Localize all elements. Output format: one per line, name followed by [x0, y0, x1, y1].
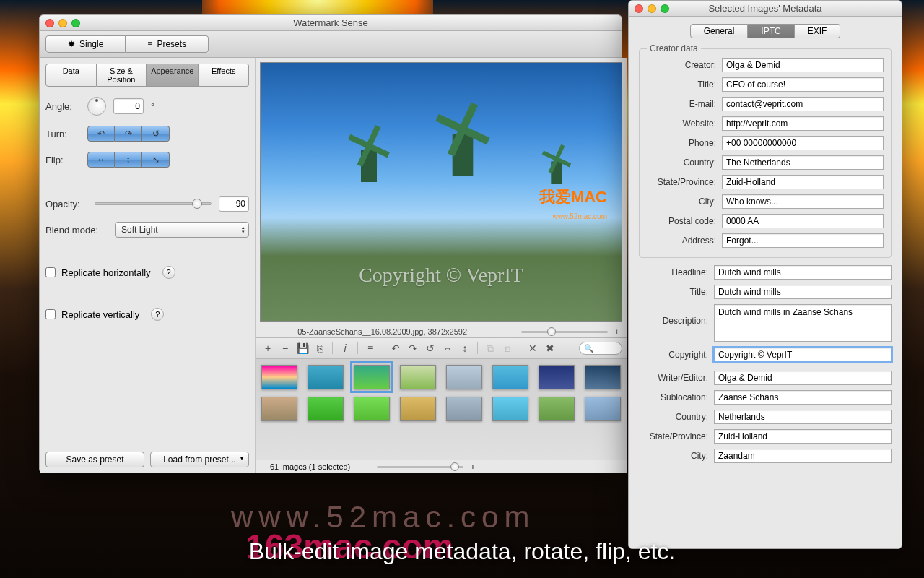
city2-input[interactable]: [714, 449, 892, 463]
save-icon[interactable]: 💾: [295, 341, 310, 355]
thumbnail-strip[interactable]: [256, 359, 627, 460]
settings-panel: Data Size & Position Appearance Effects …: [40, 58, 255, 473]
tab-effects[interactable]: Effects: [199, 64, 249, 87]
turn-reset-button[interactable]: ↺: [142, 126, 170, 142]
turn-ccw-button[interactable]: ↶: [87, 126, 115, 142]
website-input[interactable]: [722, 116, 884, 131]
sublocation-input[interactable]: [714, 390, 892, 405]
zoom-icon[interactable]: [71, 19, 80, 27]
thumb-item[interactable]: [585, 397, 621, 421]
thumb-item[interactable]: [539, 365, 575, 389]
thumb-item[interactable]: [585, 365, 621, 389]
turn-cw-button[interactable]: ↷: [115, 126, 142, 142]
list-view-icon[interactable]: ≡: [362, 341, 378, 355]
flip-h-button[interactable]: ↔: [87, 152, 115, 168]
zoom-icon[interactable]: [661, 4, 669, 13]
creator-label: Creator:: [647, 60, 722, 70]
tab-exif[interactable]: EXIF: [795, 24, 841, 38]
thumb-item[interactable]: [308, 397, 344, 421]
zoom-out-icon[interactable]: −: [365, 462, 369, 471]
search-input[interactable]: 🔍: [579, 342, 622, 355]
thumb-item[interactable]: [539, 397, 575, 421]
creator-input[interactable]: [722, 58, 884, 72]
title-input[interactable]: [722, 77, 884, 92]
copyright-label: Copyright:: [639, 350, 714, 360]
thumb-item[interactable]: [492, 365, 528, 389]
help-icon[interactable]: ?: [151, 308, 164, 321]
thumb-item[interactable]: [446, 365, 482, 389]
thumb-item[interactable]: [400, 397, 436, 421]
mode-presets-button[interactable]: ≡Presets: [126, 35, 209, 53]
zoom-in-icon[interactable]: +: [471, 462, 475, 471]
postal-input[interactable]: [722, 214, 884, 228]
thumb-item[interactable]: [354, 397, 390, 421]
thumb-item[interactable]: [354, 365, 390, 389]
zoom-out-icon[interactable]: −: [509, 327, 513, 336]
replicate-v-checkbox[interactable]: [45, 309, 56, 319]
flip-both-button[interactable]: ⤡: [142, 152, 170, 168]
tab-general[interactable]: General: [690, 24, 749, 38]
tab-size-position[interactable]: Size & Position: [97, 64, 147, 87]
city-input[interactable]: [722, 194, 884, 209]
angle-unit: °: [151, 101, 154, 112]
minimize-icon[interactable]: [648, 4, 656, 13]
close-icon[interactable]: [635, 4, 643, 13]
writer-input[interactable]: [714, 371, 892, 385]
flip-h-icon[interactable]: ↔: [440, 341, 456, 355]
flip-v-button[interactable]: ↕: [115, 152, 142, 168]
headline-input[interactable]: [714, 265, 892, 280]
thumb-item[interactable]: [492, 397, 528, 421]
state-input[interactable]: [722, 175, 884, 189]
email-input[interactable]: [722, 97, 884, 111]
titlebar[interactable]: Watermark Sense: [40, 15, 622, 31]
phone-input[interactable]: [722, 136, 884, 150]
info-icon[interactable]: i: [337, 341, 353, 355]
save-preset-button[interactable]: Save as preset: [45, 452, 144, 467]
flip-v-icon[interactable]: ↕: [457, 341, 473, 355]
reset-rotate-icon[interactable]: ↺: [422, 341, 438, 355]
replicate-v-label: Replicate vertically: [61, 309, 139, 320]
replicate-h-checkbox[interactable]: [45, 267, 56, 277]
title2-input[interactable]: [714, 285, 892, 299]
preview-zoom-slider[interactable]: [521, 331, 608, 333]
close-icon[interactable]: [45, 19, 54, 27]
thumb-item[interactable]: [400, 365, 436, 389]
help-icon[interactable]: ?: [162, 266, 175, 279]
thumb-zoom-slider[interactable]: [377, 466, 463, 468]
opacity-slider[interactable]: [95, 202, 212, 205]
state2-input[interactable]: [714, 429, 892, 444]
country-input[interactable]: [722, 155, 884, 170]
save-all-icon[interactable]: ⎘: [312, 341, 328, 355]
minimize-icon[interactable]: [58, 19, 67, 27]
rotate-ccw-icon[interactable]: ↶: [388, 341, 404, 355]
titlebar[interactable]: Selected Images' Metadata: [629, 1, 902, 17]
preview-panel: 我爱MAC www.52mac.com Copyright © VeprIT 0…: [255, 58, 627, 473]
country2-label: Country:: [639, 412, 714, 422]
description-input[interactable]: [714, 304, 892, 342]
tab-data[interactable]: Data: [45, 64, 97, 87]
tab-iptc[interactable]: IPTC: [748, 24, 794, 38]
zoom-in-icon[interactable]: +: [615, 327, 619, 336]
clear-all-icon[interactable]: ✖: [542, 341, 558, 355]
angle-dial[interactable]: [87, 97, 106, 116]
remove-icon[interactable]: −: [277, 341, 293, 355]
preview-image[interactable]: 我爱MAC www.52mac.com Copyright © VeprIT: [260, 62, 622, 322]
load-preset-button[interactable]: Load from preset...: [150, 452, 249, 467]
blend-mode-select[interactable]: Soft Light: [115, 222, 249, 238]
crop-icon: ⧉: [482, 341, 498, 355]
country2-input[interactable]: [714, 410, 892, 424]
thumb-item[interactable]: [308, 365, 344, 389]
thumb-item[interactable]: [261, 365, 297, 389]
copyright-input[interactable]: [714, 348, 892, 362]
thumb-item[interactable]: [261, 397, 297, 421]
thumb-item[interactable]: [446, 397, 482, 421]
status-bar: 61 images (1 selected) − +: [256, 460, 627, 473]
rotate-cw-icon[interactable]: ↷: [405, 341, 421, 355]
add-icon[interactable]: +: [260, 341, 276, 355]
clear-icon[interactable]: ✕: [525, 341, 541, 355]
opacity-input[interactable]: [219, 196, 249, 212]
tab-appearance[interactable]: Appearance: [147, 64, 199, 87]
mode-single-button[interactable]: ✸Single: [45, 35, 126, 53]
angle-input[interactable]: [113, 98, 144, 114]
address-input[interactable]: [722, 233, 884, 248]
